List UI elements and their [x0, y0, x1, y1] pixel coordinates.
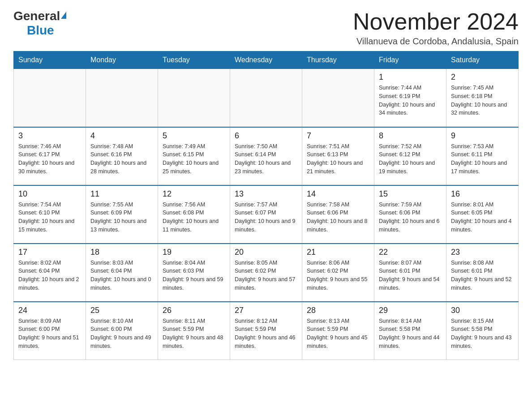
day-number: 28: [307, 306, 369, 315]
calendar-cell: 27Sunrise: 8:12 AMSunset: 5:59 PMDayligh…: [230, 302, 302, 360]
calendar-cell: 22Sunrise: 8:07 AMSunset: 6:01 PMDayligh…: [374, 244, 446, 302]
day-number: 19: [163, 248, 225, 257]
calendar-cell: 18Sunrise: 8:03 AMSunset: 6:04 PMDayligh…: [86, 244, 158, 302]
calendar-cell: 13Sunrise: 7:57 AMSunset: 6:07 PMDayligh…: [230, 185, 302, 244]
calendar-cell: 2Sunrise: 7:45 AMSunset: 6:18 PMDaylight…: [446, 69, 519, 127]
day-number: 22: [379, 248, 442, 257]
logo: General Blue: [13, 9, 66, 38]
page-header: General Blue November 2024 Villanueva de…: [13, 9, 519, 47]
day-info: Sunrise: 8:06 AMSunset: 6:02 PMDaylight:…: [307, 259, 369, 292]
day-info: Sunrise: 8:13 AMSunset: 5:59 PMDaylight:…: [307, 317, 369, 351]
calendar-cell: 3Sunrise: 7:46 AMSunset: 6:17 PMDaylight…: [14, 127, 86, 185]
calendar-cell: 16Sunrise: 8:01 AMSunset: 6:05 PMDayligh…: [446, 185, 519, 244]
calendar-cell: 23Sunrise: 8:08 AMSunset: 6:01 PMDayligh…: [446, 244, 519, 302]
day-number: 11: [90, 189, 153, 199]
week-row-1: 1Sunrise: 7:44 AMSunset: 6:19 PMDaylight…: [14, 69, 519, 127]
day-info: Sunrise: 8:11 AMSunset: 5:59 PMDaylight:…: [163, 317, 225, 351]
day-number: 27: [235, 306, 297, 315]
day-number: 6: [235, 131, 297, 141]
day-info: Sunrise: 8:02 AMSunset: 6:04 PMDaylight:…: [18, 259, 81, 292]
day-info: Sunrise: 7:46 AMSunset: 6:17 PMDaylight:…: [18, 142, 81, 176]
calendar-cell: 5Sunrise: 7:49 AMSunset: 6:15 PMDaylight…: [158, 127, 230, 185]
day-info: Sunrise: 8:08 AMSunset: 6:01 PMDaylight:…: [451, 259, 514, 292]
day-info: Sunrise: 7:55 AMSunset: 6:09 PMDaylight:…: [90, 201, 153, 234]
calendar-cell: 12Sunrise: 7:56 AMSunset: 6:08 PMDayligh…: [158, 185, 230, 244]
day-number: 26: [163, 306, 225, 315]
day-number: 2: [451, 73, 514, 82]
day-info: Sunrise: 7:44 AMSunset: 6:19 PMDaylight:…: [379, 84, 442, 117]
day-number: 8: [379, 131, 442, 141]
day-number: 24: [18, 306, 81, 315]
day-number: 14: [307, 189, 369, 199]
calendar-cell: 26Sunrise: 8:11 AMSunset: 5:59 PMDayligh…: [158, 302, 230, 360]
day-number: 15: [379, 189, 442, 199]
day-info: Sunrise: 7:52 AMSunset: 6:12 PMDaylight:…: [379, 142, 442, 176]
day-info: Sunrise: 7:57 AMSunset: 6:07 PMDaylight:…: [235, 201, 297, 234]
day-info: Sunrise: 8:05 AMSunset: 6:02 PMDaylight:…: [235, 259, 297, 292]
calendar-cell: 1Sunrise: 7:44 AMSunset: 6:19 PMDaylight…: [374, 69, 446, 127]
day-info: Sunrise: 7:59 AMSunset: 6:06 PMDaylight:…: [379, 201, 442, 234]
weekday-header-saturday: Saturday: [446, 51, 519, 69]
day-info: Sunrise: 7:50 AMSunset: 6:14 PMDaylight:…: [235, 142, 297, 176]
day-info: Sunrise: 7:51 AMSunset: 6:13 PMDaylight:…: [307, 142, 369, 176]
calendar-cell: 24Sunrise: 8:09 AMSunset: 6:00 PMDayligh…: [14, 302, 86, 360]
calendar-cell: 29Sunrise: 8:14 AMSunset: 5:58 PMDayligh…: [374, 302, 446, 360]
day-number: 7: [307, 131, 369, 141]
weekday-header-tuesday: Tuesday: [158, 51, 230, 69]
calendar-cell: [86, 69, 158, 127]
day-number: 3: [18, 131, 81, 141]
weekday-header-sunday: Sunday: [14, 51, 86, 69]
day-info: Sunrise: 7:48 AMSunset: 6:16 PMDaylight:…: [90, 142, 153, 176]
day-number: 1: [379, 73, 442, 82]
calendar-cell: [158, 69, 230, 127]
calendar-cell: 17Sunrise: 8:02 AMSunset: 6:04 PMDayligh…: [14, 244, 86, 302]
day-number: 4: [90, 131, 153, 141]
day-info: Sunrise: 8:12 AMSunset: 5:59 PMDaylight:…: [235, 317, 297, 351]
calendar-cell: 30Sunrise: 8:15 AMSunset: 5:58 PMDayligh…: [446, 302, 519, 360]
day-number: 10: [18, 189, 81, 199]
week-row-4: 17Sunrise: 8:02 AMSunset: 6:04 PMDayligh…: [14, 244, 519, 302]
day-number: 30: [451, 306, 514, 315]
day-number: 13: [235, 189, 297, 199]
day-number: 5: [163, 131, 225, 141]
day-info: Sunrise: 8:07 AMSunset: 6:01 PMDaylight:…: [379, 259, 442, 292]
day-info: Sunrise: 7:53 AMSunset: 6:11 PMDaylight:…: [451, 142, 514, 176]
day-info: Sunrise: 8:15 AMSunset: 5:58 PMDaylight:…: [451, 317, 514, 351]
calendar-table: SundayMondayTuesdayWednesdayThursdayFrid…: [13, 51, 519, 360]
weekday-header-wednesday: Wednesday: [230, 51, 302, 69]
day-info: Sunrise: 7:56 AMSunset: 6:08 PMDaylight:…: [163, 201, 225, 234]
logo-general-text: General: [13, 9, 60, 23]
calendar-cell: 15Sunrise: 7:59 AMSunset: 6:06 PMDayligh…: [374, 185, 446, 244]
day-info: Sunrise: 7:49 AMSunset: 6:15 PMDaylight:…: [163, 142, 225, 176]
calendar-cell: [230, 69, 302, 127]
weekday-header-monday: Monday: [86, 51, 158, 69]
day-number: 12: [163, 189, 225, 199]
day-number: 20: [235, 248, 297, 257]
calendar-cell: 21Sunrise: 8:06 AMSunset: 6:02 PMDayligh…: [302, 244, 374, 302]
week-row-2: 3Sunrise: 7:46 AMSunset: 6:17 PMDaylight…: [14, 127, 519, 185]
logo-blue-text: Blue: [27, 23, 54, 37]
calendar-cell: 4Sunrise: 7:48 AMSunset: 6:16 PMDaylight…: [86, 127, 158, 185]
week-row-5: 24Sunrise: 8:09 AMSunset: 6:00 PMDayligh…: [14, 302, 519, 360]
day-number: 16: [451, 189, 514, 199]
day-number: 9: [451, 131, 514, 141]
calendar-cell: 10Sunrise: 7:54 AMSunset: 6:10 PMDayligh…: [14, 185, 86, 244]
calendar-cell: 6Sunrise: 7:50 AMSunset: 6:14 PMDaylight…: [230, 127, 302, 185]
day-number: 21: [307, 248, 369, 257]
day-info: Sunrise: 8:09 AMSunset: 6:00 PMDaylight:…: [18, 317, 81, 351]
day-info: Sunrise: 7:45 AMSunset: 6:18 PMDaylight:…: [451, 84, 514, 117]
day-info: Sunrise: 7:54 AMSunset: 6:10 PMDaylight:…: [18, 201, 81, 234]
calendar-cell: 9Sunrise: 7:53 AMSunset: 6:11 PMDaylight…: [446, 127, 519, 185]
day-info: Sunrise: 8:03 AMSunset: 6:04 PMDaylight:…: [90, 259, 153, 292]
day-info: Sunrise: 8:14 AMSunset: 5:58 PMDaylight:…: [379, 317, 442, 351]
day-info: Sunrise: 8:10 AMSunset: 6:00 PMDaylight:…: [90, 317, 153, 351]
day-info: Sunrise: 7:58 AMSunset: 6:06 PMDaylight:…: [307, 201, 369, 234]
title-section: November 2024 Villanueva de Cordoba, And…: [353, 9, 519, 47]
day-info: Sunrise: 8:04 AMSunset: 6:03 PMDaylight:…: [163, 259, 225, 292]
day-info: Sunrise: 8:01 AMSunset: 6:05 PMDaylight:…: [451, 201, 514, 234]
calendar-cell: 7Sunrise: 7:51 AMSunset: 6:13 PMDaylight…: [302, 127, 374, 185]
weekday-header-friday: Friday: [374, 51, 446, 69]
calendar-cell: 20Sunrise: 8:05 AMSunset: 6:02 PMDayligh…: [230, 244, 302, 302]
calendar-cell: 11Sunrise: 7:55 AMSunset: 6:09 PMDayligh…: [86, 185, 158, 244]
location-title: Villanueva de Cordoba, Andalusia, Spain: [353, 36, 519, 47]
